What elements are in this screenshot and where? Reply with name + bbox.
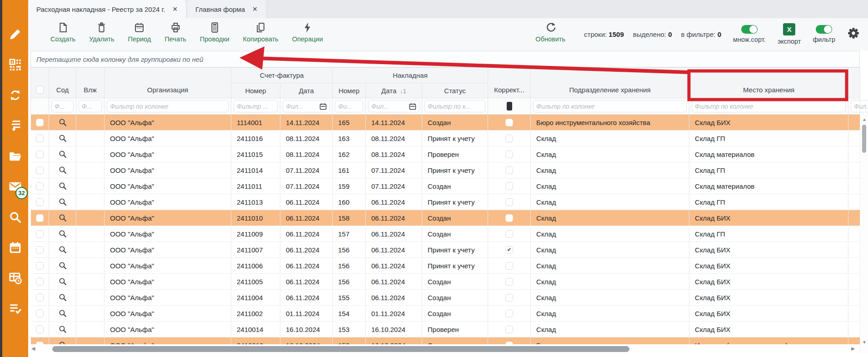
column-header-waybill-num[interactable]: Номер [333,83,366,98]
filter-waybill-num-input[interactable] [338,103,360,110]
corr-checkbox[interactable] [505,262,513,270]
row-checkbox[interactable] [36,262,44,270]
sidebar-item-export-list[interactable] [2,111,28,141]
row-checkbox[interactable] [36,326,44,333]
tab-close-icon[interactable]: ✕ [252,5,258,13]
table-row[interactable]: ООО "Альфа" 2411009 06.11.2024 157 06.11… [31,226,860,242]
filter-invoice-num-input[interactable] [237,103,274,110]
scroll-up-arrow[interactable]: ▲ [860,116,868,123]
corr-checkbox[interactable] [505,294,513,302]
row-checkbox[interactable] [36,182,44,190]
table-row[interactable]: ООО "Альфа" 2411006 06.11.2024 156 06.11… [31,258,860,274]
open-row-icon[interactable] [58,245,67,254]
row-checkbox[interactable] [36,230,44,238]
corr-checkbox[interactable] [505,230,513,238]
column-header-sod[interactable]: Сод [49,68,76,98]
filter-dept-input[interactable] [536,103,683,110]
sidebar-item-search[interactable] [2,202,28,232]
sidebar-item-folder[interactable] [2,141,28,171]
table-row[interactable]: ООО "Альфа" 2411005 06.11.2024 156 06.11… [31,274,860,290]
filter-status-input[interactable] [428,103,482,110]
horizontal-scrollbar[interactable]: ◀ ▶ [30,344,860,354]
column-header-status[interactable]: Статус [422,83,488,98]
filter-toggle[interactable] [816,25,832,34]
sidebar-item-report-schedule[interactable] [2,263,28,293]
column-header-vlzh[interactable]: Влж [76,68,105,98]
delete-button[interactable]: Удалить [82,21,121,43]
row-checkbox[interactable] [36,119,44,126]
multisort-toggle[interactable] [741,25,758,34]
row-checkbox[interactable] [36,198,44,206]
scroll-down-arrow[interactable]: ▼ [860,339,868,346]
corr-checkbox[interactable] [505,119,513,126]
group-by-dropzone[interactable]: Перетащите сюда колонку для группировки … [30,51,860,67]
sidebar-item-checklist[interactable] [2,293,28,324]
tab-register-2024[interactable]: Расходная накладная - Реестр за 2024 г. … [28,0,186,18]
filter-invoice-date-input[interactable] [286,103,318,110]
corr-checkbox[interactable]: ✔ [505,246,513,254]
row-checkbox[interactable] [36,135,44,142]
open-row-icon[interactable] [58,309,67,318]
sidebar-item-calendar[interactable] [2,232,28,263]
open-row-icon[interactable] [58,293,67,302]
row-checkbox[interactable] [36,310,44,317]
table-row[interactable]: ООО "Альфа" 2411013 06.11.2024 160 06.11… [31,194,860,210]
corr-checkbox[interactable] [505,214,513,222]
open-row-icon[interactable] [58,229,67,238]
open-row-icon[interactable] [58,181,67,191]
select-all-checkbox[interactable] [36,86,44,94]
open-row-icon[interactable] [58,325,67,334]
filter-vlzh-input[interactable] [82,103,99,110]
row-checkbox[interactable] [36,151,44,158]
table-row[interactable]: ООО "Альфа" 2411015 08.11.2024 162 08.11… [31,146,860,162]
corr-checkbox[interactable] [505,151,513,158]
operations-button[interactable]: Операции [285,21,330,43]
postings-button[interactable]: Проводки [193,21,236,43]
group-header-invoice[interactable]: Счет-фактура [231,68,333,83]
vertical-scrollbar[interactable]: ▲ ▼ [860,115,868,353]
open-row-icon[interactable] [58,166,67,175]
group-header-waybill[interactable]: Накладная [333,68,488,83]
copy-button[interactable]: Копировать [236,21,285,43]
column-header-waybill-date[interactable]: Дата↓1 [366,83,422,98]
table-row[interactable]: ООО "Альфа" 2411011 07.11.2024 159 07.11… [31,178,860,194]
row-checkbox[interactable] [36,166,44,174]
table-row[interactable]: ООО "Альфа" 2411016 08.11.2024 163 08.11… [31,131,860,146]
table-row[interactable]: ООО "Альфа" 2411014 07.11.2024 161 07.11… [31,162,860,178]
tab-close-icon[interactable]: ✕ [172,5,178,13]
open-row-icon[interactable] [58,118,67,127]
corr-checkbox[interactable] [505,166,513,174]
table-row[interactable]: ООО "Альфа" 2411002 01.11.2024 154 01.11… [31,306,860,322]
row-checkbox[interactable] [36,294,44,302]
filter-place-input[interactable] [695,103,843,110]
sidebar-item-qr[interactable] [2,50,28,80]
corr-checkbox[interactable] [505,326,513,333]
open-row-icon[interactable] [58,134,67,143]
calendar-picker-icon[interactable] [409,103,416,110]
open-row-icon[interactable] [58,277,67,286]
print-button[interactable]: Печать [158,21,193,43]
scroll-right-arrow[interactable]: ▶ [851,346,855,352]
filter-org-input[interactable] [110,103,225,110]
corr-checkbox[interactable] [505,182,513,190]
open-row-icon[interactable] [58,261,67,270]
open-row-icon[interactable] [58,150,67,159]
sidebar-item-sync[interactable] [2,80,28,111]
table-row[interactable]: ООО "Альфа" 2411007 06.11.2024 156 06.11… [31,242,860,258]
corr-checkbox[interactable] [505,135,513,142]
column-header-place[interactable]: Место хранения [689,68,848,98]
scroll-left-arrow[interactable]: ◀ [31,346,35,352]
sidebar-item-mail[interactable]: 32 [2,171,28,202]
open-row-icon[interactable] [58,213,67,222]
column-header-invoice-num[interactable]: Номер [231,83,280,98]
tab-main-form[interactable]: Главная форма ✕ [187,0,266,18]
refresh-button[interactable]: Обновить [529,21,572,43]
open-row-icon[interactable] [58,197,67,206]
filter-extra-input[interactable] [854,103,868,110]
settings-button[interactable] [847,21,860,41]
column-header-corr[interactable]: Коррект... [488,68,531,98]
table-row[interactable]: ООО "Альфа" 2410014 16.10.2024 153 16.10… [31,322,860,337]
vertical-scroll-thumb[interactable] [862,125,866,153]
sidebar-item-edit[interactable] [2,19,28,50]
corr-checkbox[interactable] [505,278,513,286]
